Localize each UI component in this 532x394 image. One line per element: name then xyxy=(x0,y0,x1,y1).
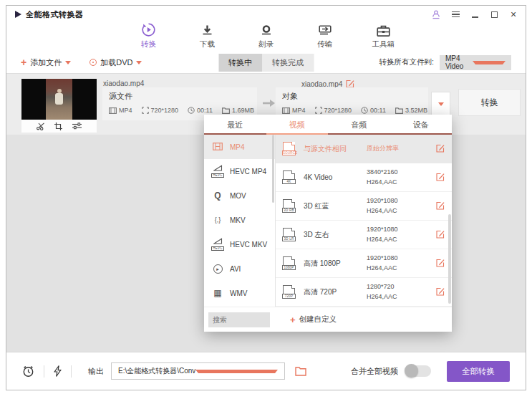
tab-finished[interactable]: 转换完成 xyxy=(262,54,314,72)
chevron-down-icon xyxy=(438,102,444,106)
source-filename: xiaodao.mp4 xyxy=(103,80,144,87)
popup-tab-audio[interactable]: 音频 xyxy=(328,115,390,135)
format-item-avi[interactable]: ▸ AVI xyxy=(204,256,275,281)
crop-icon[interactable] xyxy=(54,122,62,130)
add-files-button[interactable]: + 添加文件 xyxy=(21,57,71,68)
preset-4k-video[interactable]: 4K 4K Video 3840*2160H264,AAC xyxy=(276,163,452,192)
trim-scissors-icon[interactable] xyxy=(37,122,45,130)
create-custom-button[interactable]: + 创建自定义 xyxy=(290,314,337,325)
clapperboard-icon: ▦ xyxy=(211,289,224,297)
main-nav: 转换 下载 刻录 传输 工具箱 xyxy=(6,20,526,52)
effects-sliders-icon[interactable] xyxy=(72,122,82,130)
preset-same-as-source[interactable]: SOURCE 与源文件相同 原始分辨率 xyxy=(276,135,452,163)
output-path-value: E:\全能格式转换器\Converted xyxy=(118,366,195,376)
chevron-down-icon xyxy=(195,370,279,373)
minimize-icon[interactable] xyxy=(470,9,480,19)
preset-hd-720p[interactable]: 720P 高清 720P 1280*720H264,AAC xyxy=(276,278,452,307)
search-input[interactable] xyxy=(208,312,270,327)
maximize-icon[interactable] xyxy=(489,9,499,19)
nav-tab-burn[interactable]: 刻录 xyxy=(248,21,285,52)
preset-3d-red-blue[interactable]: 3D RB 3D 红蓝 1920*1080H264,AAC xyxy=(276,192,452,221)
preset-3d-left-right[interactable]: 3D LR 3D 左右 1920*1080H264,AAC xyxy=(276,221,452,249)
video-thumbnail xyxy=(21,79,97,120)
download-icon xyxy=(202,21,213,37)
convert-row-button[interactable]: 转换 xyxy=(458,89,521,116)
app-window: 全能格式转换器 × 转换 下载 xyxy=(6,5,526,390)
format-list: MP4 HEVC HEVC MP4 Q MOV {,} MKV xyxy=(204,135,276,307)
toolbar: + 添加文件 加载DVD 转换中 转换完成 转换所有文件到: MP4 Video xyxy=(6,52,526,74)
folder-icon xyxy=(395,107,403,114)
schedule-alarm-icon[interactable] xyxy=(22,365,34,378)
preset-file-icon: 720P xyxy=(283,285,295,299)
format-meta: MP4 xyxy=(282,107,306,114)
nav-tab-download[interactable]: 下载 xyxy=(189,21,226,52)
dvd-disc-icon xyxy=(90,59,97,66)
chevron-down-icon xyxy=(473,61,506,64)
format-item-mp4[interactable]: MP4 xyxy=(204,135,275,159)
format-item-hevc-mp4[interactable]: HEVC HEVC MP4 xyxy=(204,159,275,183)
resolution-meta: 720*1280 xyxy=(315,107,352,114)
output-format-dropdown[interactable]: MP4 Video xyxy=(440,55,511,70)
hevc-play-icon: HEVC xyxy=(211,165,224,178)
load-dvd-button[interactable]: 加载DVD xyxy=(90,57,142,68)
target-card-title: 对象 xyxy=(282,91,422,102)
titlebar: 全能格式转换器 × xyxy=(6,6,526,20)
output-format-value: MP4 Video xyxy=(445,54,473,70)
nav-tab-transfer[interactable]: 传输 xyxy=(306,21,344,52)
popup-tab-video[interactable]: 视频 xyxy=(266,115,329,135)
plus-icon: + xyxy=(290,315,296,325)
nav-tab-toolbox[interactable]: 工具箱 xyxy=(365,21,402,52)
merge-toggle[interactable] xyxy=(405,365,431,377)
arrow-right-icon xyxy=(263,97,275,110)
window-controls: × xyxy=(431,9,518,19)
duration-meta: 00:11 xyxy=(361,107,386,114)
convert-all-button[interactable]: 全部转换 xyxy=(447,361,510,382)
toggle-knob xyxy=(405,364,418,378)
format-picker-popup: 最近 视频 音频 设备 MP4 HEVC HEVC MP4 xyxy=(204,115,452,332)
preset-file-icon: SOURCE xyxy=(283,142,295,155)
chevron-down-icon xyxy=(136,61,142,64)
account-icon[interactable] xyxy=(431,9,441,19)
bottombar: 输出 E:\全能格式转换器\Converted 合并全部视频 全部转换 xyxy=(6,352,526,390)
app-logo-icon xyxy=(15,11,21,18)
edit-pencil-icon[interactable] xyxy=(436,257,445,270)
convert-icon xyxy=(141,21,156,37)
popup-tab-recent[interactable]: 最近 xyxy=(204,115,266,135)
format-item-mkv[interactable]: {,} MKV xyxy=(204,208,275,232)
film-icon xyxy=(282,107,290,114)
format-item-wmv[interactable]: ▦ WMV xyxy=(204,281,275,305)
clock-icon xyxy=(188,107,195,114)
format-meta: MP4 xyxy=(109,107,132,114)
clock-icon xyxy=(361,107,368,114)
quicktime-icon: Q xyxy=(211,191,224,200)
edit-pencil-icon[interactable] xyxy=(436,229,445,241)
high-speed-lightning-icon[interactable] xyxy=(54,365,62,377)
tab-converting[interactable]: 转换中 xyxy=(218,54,262,72)
preset-file-icon: 1080P xyxy=(283,256,295,270)
popup-tab-device[interactable]: 设备 xyxy=(390,115,453,135)
format-item-mov[interactable]: Q MOV xyxy=(204,183,275,208)
edit-pencil-icon[interactable] xyxy=(436,171,445,184)
format-item-hevc-mkv[interactable]: HEVC HEVC MKV xyxy=(204,232,275,256)
film-icon xyxy=(211,143,224,152)
preset-hd-1080p[interactable]: 1080P 高清 1080P 1920*1080H264,AAC xyxy=(276,249,452,278)
close-icon[interactable]: × xyxy=(508,9,518,19)
resolution-meta: 720*1280 xyxy=(142,107,179,114)
burn-icon xyxy=(261,21,272,37)
output-path-dropdown[interactable]: E:\全能格式转换器\Converted xyxy=(111,362,285,380)
convert-all-to-label: 转换所有文件到: xyxy=(379,57,434,67)
format-list-scrollbar[interactable] xyxy=(272,135,274,203)
target-format-dropdown-button[interactable] xyxy=(431,92,450,116)
preset-file-icon: 3D RB xyxy=(283,199,295,213)
preset-list-scrollbar[interactable] xyxy=(448,214,451,304)
open-folder-icon[interactable] xyxy=(295,367,306,376)
nav-tab-convert[interactable]: 转换 xyxy=(130,21,168,52)
edit-pencil-icon[interactable] xyxy=(436,286,445,299)
filesize-meta: 3.52MB xyxy=(395,107,427,114)
format-item-m4v[interactable]: ▷ M4V xyxy=(204,305,275,307)
edit-pencil-icon[interactable] xyxy=(436,200,445,213)
chevron-down-icon xyxy=(65,61,71,64)
play-circle-icon: ▸ xyxy=(211,264,224,274)
menu-icon[interactable] xyxy=(450,9,460,19)
edit-pencil-icon[interactable] xyxy=(436,143,445,155)
